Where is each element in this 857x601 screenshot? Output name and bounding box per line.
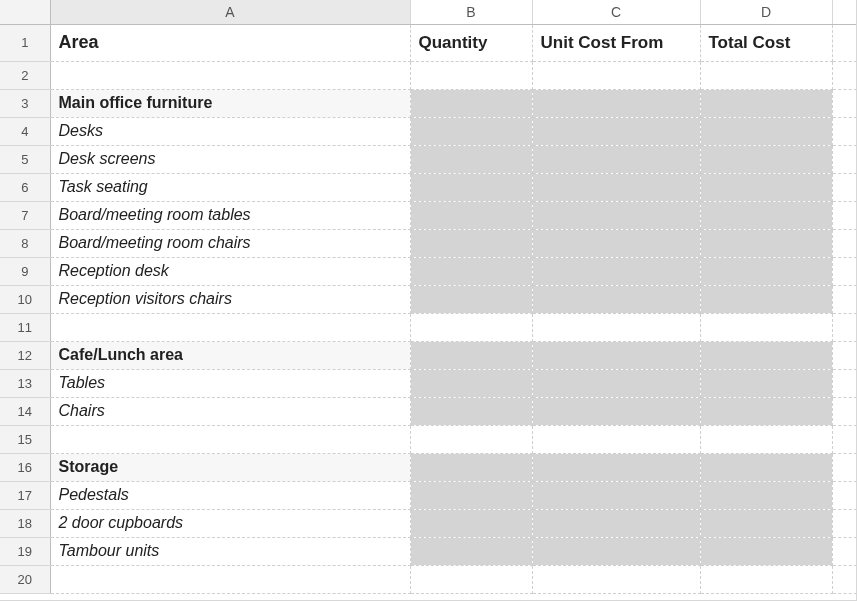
cell-B1[interactable]: Quantity	[410, 24, 532, 61]
cell-A10[interactable]: Reception visitors chairs	[50, 285, 410, 313]
cell-C7[interactable]	[532, 201, 700, 229]
cell-A4[interactable]: Desks	[50, 117, 410, 145]
row-header[interactable]: 8	[0, 229, 50, 257]
cell-D7[interactable]	[700, 201, 832, 229]
select-all-corner[interactable]	[0, 0, 50, 24]
cell-B15[interactable]	[410, 425, 532, 453]
cell-E13[interactable]	[832, 369, 857, 397]
cell-C19[interactable]	[532, 537, 700, 565]
cell-D20[interactable]	[700, 565, 832, 593]
cell-C1[interactable]: Unit Cost From	[532, 24, 700, 61]
cell-C3[interactable]	[532, 89, 700, 117]
cell-B14[interactable]	[410, 397, 532, 425]
cell-D18[interactable]	[700, 509, 832, 537]
cell-A2[interactable]	[50, 61, 410, 89]
cell-D19[interactable]	[700, 537, 832, 565]
cell-B13[interactable]	[410, 369, 532, 397]
cell-C15[interactable]	[532, 425, 700, 453]
row-header[interactable]: 15	[0, 425, 50, 453]
cell-D15[interactable]	[700, 425, 832, 453]
cell-B10[interactable]	[410, 285, 532, 313]
cell-D5[interactable]	[700, 145, 832, 173]
cell-B2[interactable]	[410, 61, 532, 89]
row-header[interactable]: 4	[0, 117, 50, 145]
cell-D10[interactable]	[700, 285, 832, 313]
cell-D14[interactable]	[700, 397, 832, 425]
cell-D16[interactable]	[700, 453, 832, 481]
cell-A7[interactable]: Board/meeting room tables	[50, 201, 410, 229]
cell-B20[interactable]	[410, 565, 532, 593]
cell-D17[interactable]	[700, 481, 832, 509]
column-header-E[interactable]	[832, 0, 857, 24]
cell-D1[interactable]: Total Cost	[700, 24, 832, 61]
cell-B19[interactable]	[410, 537, 532, 565]
column-header-D[interactable]: D	[700, 0, 832, 24]
cell-A1[interactable]: Area	[50, 24, 410, 61]
cell-A8[interactable]: Board/meeting room chairs	[50, 229, 410, 257]
row-header[interactable]: 10	[0, 285, 50, 313]
cell-E2[interactable]	[832, 61, 857, 89]
cell-E12[interactable]	[832, 341, 857, 369]
cell-E17[interactable]	[832, 481, 857, 509]
cell-B9[interactable]	[410, 257, 532, 285]
cell-B17[interactable]	[410, 481, 532, 509]
cell-C2[interactable]	[532, 61, 700, 89]
cell-B5[interactable]	[410, 145, 532, 173]
row-header[interactable]: 16	[0, 453, 50, 481]
row-header[interactable]: 2	[0, 61, 50, 89]
cell-C10[interactable]	[532, 285, 700, 313]
cell-B6[interactable]	[410, 173, 532, 201]
cell-E1[interactable]	[832, 24, 857, 61]
cell-D13[interactable]	[700, 369, 832, 397]
cell-A20[interactable]	[50, 565, 410, 593]
cell-B7[interactable]	[410, 201, 532, 229]
cell-E15[interactable]	[832, 425, 857, 453]
cell-A17[interactable]: Pedestals	[50, 481, 410, 509]
cell-B3[interactable]	[410, 89, 532, 117]
cell-C17[interactable]	[532, 481, 700, 509]
cell-D8[interactable]	[700, 229, 832, 257]
cell-C18[interactable]	[532, 509, 700, 537]
cell-D6[interactable]	[700, 173, 832, 201]
row-header[interactable]: 20	[0, 565, 50, 593]
row-header[interactable]: 3	[0, 89, 50, 117]
cell-C9[interactable]	[532, 257, 700, 285]
cell-A15[interactable]	[50, 425, 410, 453]
cell-C6[interactable]	[532, 173, 700, 201]
row-header[interactable]: 11	[0, 313, 50, 341]
row-header[interactable]: 6	[0, 173, 50, 201]
cell-A5[interactable]: Desk screens	[50, 145, 410, 173]
cell-B16[interactable]	[410, 453, 532, 481]
row-header[interactable]: 9	[0, 257, 50, 285]
cell-E11[interactable]	[832, 313, 857, 341]
cell-B4[interactable]	[410, 117, 532, 145]
cell-A13[interactable]: Tables	[50, 369, 410, 397]
cell-D9[interactable]	[700, 257, 832, 285]
cell-B11[interactable]	[410, 313, 532, 341]
column-header-B[interactable]: B	[410, 0, 532, 24]
row-header[interactable]: 17	[0, 481, 50, 509]
cell-B8[interactable]	[410, 229, 532, 257]
row-header[interactable]: 1	[0, 24, 50, 61]
cell-C13[interactable]	[532, 369, 700, 397]
cell-E10[interactable]	[832, 285, 857, 313]
cell-A11[interactable]	[50, 313, 410, 341]
cell-A16[interactable]: Storage	[50, 453, 410, 481]
cell-D2[interactable]	[700, 61, 832, 89]
column-header-A[interactable]: A	[50, 0, 410, 24]
spreadsheet-grid[interactable]: A B C D 1 Area Quantity Unit Cost From T…	[0, 0, 857, 594]
row-header[interactable]: 18	[0, 509, 50, 537]
cell-C11[interactable]	[532, 313, 700, 341]
cell-E4[interactable]	[832, 117, 857, 145]
row-header[interactable]: 19	[0, 537, 50, 565]
cell-E19[interactable]	[832, 537, 857, 565]
cell-E14[interactable]	[832, 397, 857, 425]
cell-C20[interactable]	[532, 565, 700, 593]
cell-E8[interactable]	[832, 229, 857, 257]
cell-E7[interactable]	[832, 201, 857, 229]
cell-D12[interactable]	[700, 341, 832, 369]
cell-A9[interactable]: Reception desk	[50, 257, 410, 285]
cell-E16[interactable]	[832, 453, 857, 481]
row-header[interactable]: 5	[0, 145, 50, 173]
cell-E9[interactable]	[832, 257, 857, 285]
